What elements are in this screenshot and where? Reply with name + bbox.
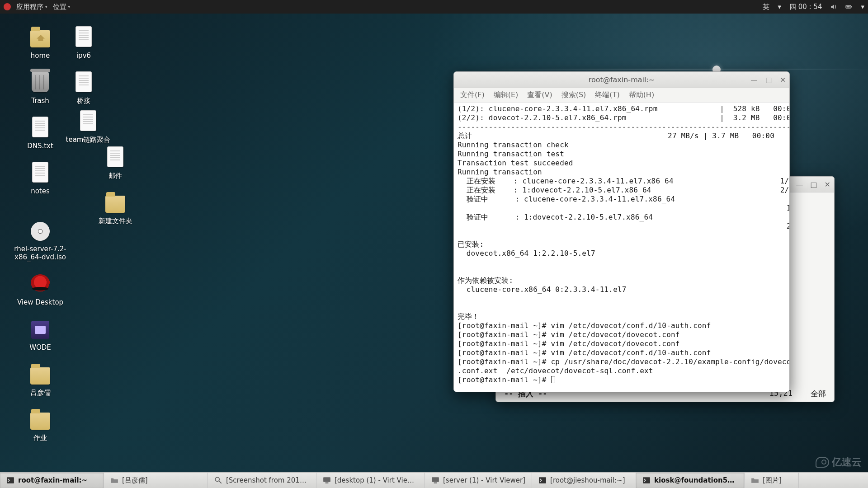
maximize-button[interactable]: □ (765, 76, 772, 84)
minimize-button[interactable]: — (796, 180, 803, 189)
svg-rect-9 (539, 477, 546, 483)
watermark-logo-icon (816, 457, 829, 468)
taskbar-item-virt2[interactable]: [server (1) - Virt Viewer] (425, 473, 532, 488)
svg-rect-7 (432, 477, 439, 482)
terminal-cursor (551, 376, 555, 383)
chevron-down-icon: ▾ (778, 3, 781, 11)
input-method-indicator[interactable]: 英 (763, 3, 769, 11)
desktop-icon-homework[interactable]: 作业 (11, 407, 70, 442)
watermark: 亿速云 (816, 455, 862, 469)
vim-percent: 全部 (811, 389, 826, 399)
desktop-icon-viewdesktop[interactable]: View Desktop (11, 271, 70, 306)
svg-rect-3 (7, 477, 14, 483)
bottom-taskbar: root@faxin-mail:~ [吕彦儒] [Screenshot from… (0, 472, 868, 488)
menu-help[interactable]: 帮助(H) (629, 90, 655, 100)
menu-places[interactable]: 位置▾ (53, 3, 71, 11)
clock[interactable]: 四 00 : 54 (789, 3, 822, 11)
svg-rect-2 (847, 6, 850, 8)
distro-logo-icon (4, 3, 11, 10)
menu-terminal[interactable]: 终端(T) (595, 90, 619, 100)
taskbar-item-folder1[interactable]: [吕彦儒] (104, 473, 208, 488)
terminal-window[interactable]: root@faxin-mail:~ — □ ✕ 文件(F) 编辑(E) 查看(V… (453, 71, 790, 392)
desktop-icon-notes[interactable]: notes (11, 160, 70, 195)
desktop-icon-bridge[interactable]: 桥接 (54, 70, 113, 105)
terminal-body[interactable]: (1/2): clucene-core-2.3.3.4-11.el7.x86_6… (454, 103, 789, 392)
battery-icon[interactable] (845, 3, 853, 10)
desktop-icon-ipv6[interactable]: ipv6 (54, 24, 113, 60)
desktop-icon-lvyanru[interactable]: 吕彦儒 (11, 361, 70, 397)
window-title: root@faxin-mail:~ (589, 75, 655, 84)
desktop-icon-iso[interactable]: rhel-server-7.2-x86_64-dvd.iso (6, 218, 74, 261)
terminal-icon (538, 476, 547, 484)
taskbar-item-screenshot[interactable]: [Screenshot from 2017-05… (208, 473, 316, 488)
svg-rect-10 (643, 477, 650, 483)
top-panel: 应用程序▾ 位置▾ 英 ▾ 四 00 : 54 ▾ (0, 0, 868, 14)
window-titlebar[interactable]: root@faxin-mail:~ — □ ✕ (454, 72, 789, 88)
desktop-icon-wode[interactable]: WODE (11, 316, 70, 352)
volume-icon[interactable] (830, 3, 837, 10)
svg-rect-1 (851, 6, 852, 8)
terminal-icon (6, 476, 14, 484)
taskbar-item-virt1[interactable]: [desktop (1) - Virt Viewer] (316, 473, 425, 488)
chevron-down-icon: ▾ (861, 3, 864, 11)
desktop-icon-mail[interactable]: 邮件 (86, 145, 145, 180)
menu-edit[interactable]: 编辑(E) (494, 90, 519, 100)
svg-rect-6 (326, 483, 329, 483)
terminal-icon (642, 476, 651, 484)
svg-point-4 (215, 477, 219, 481)
taskbar-item-terminal2[interactable]: [root@jieshou-mail:~] (532, 473, 636, 488)
close-button[interactable]: ✕ (780, 76, 786, 84)
taskbar-item-kiosk[interactable]: kiosk@foundation50:~/桌面 (636, 473, 745, 488)
menu-file[interactable]: 文件(F) (460, 90, 485, 100)
image-viewer-icon (214, 476, 222, 484)
desktop-icon-team[interactable]: team链路聚合 (54, 108, 122, 144)
folder-icon (751, 476, 759, 484)
menu-applications[interactable]: 应用程序▾ (16, 3, 47, 11)
maximize-button[interactable]: □ (810, 180, 817, 189)
svg-rect-8 (434, 483, 437, 483)
taskbar-item-terminal-active[interactable]: root@faxin-mail:~ (0, 473, 104, 488)
svg-rect-5 (323, 477, 330, 482)
monitor-icon (323, 476, 331, 484)
terminal-menubar: 文件(F) 编辑(E) 查看(V) 搜索(S) 终端(T) 帮助(H) (454, 88, 789, 103)
monitor-icon (431, 476, 439, 484)
taskbar-item-pictures[interactable]: [图片] (745, 473, 799, 488)
menu-search[interactable]: 搜索(S) (561, 90, 586, 100)
folder-icon (110, 476, 118, 484)
close-button[interactable]: ✕ (825, 180, 830, 189)
menu-view[interactable]: 查看(V) (527, 90, 552, 100)
desktop-icon-newfolder[interactable]: 新建文件夹 (86, 190, 145, 225)
minimize-button[interactable]: — (750, 76, 757, 84)
